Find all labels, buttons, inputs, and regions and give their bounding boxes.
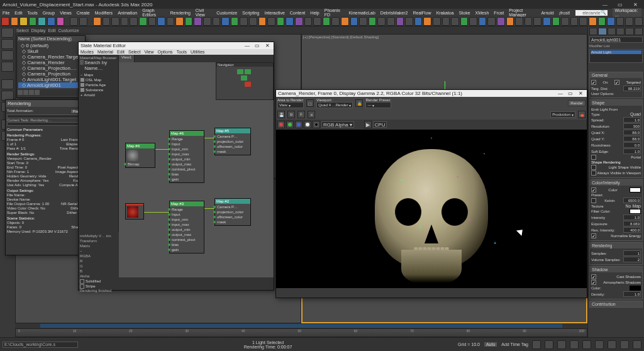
copy-icon[interactable]: ⧉ bbox=[287, 111, 295, 118]
shadow-color-swatch[interactable] bbox=[630, 286, 641, 291]
rollout-rendering[interactable]: Rendering bbox=[590, 243, 642, 248]
prev-frame-icon[interactable] bbox=[545, 340, 553, 349]
nav-icon[interactable] bbox=[620, 340, 629, 349]
modifier-list-label[interactable]: Modifier List bbox=[589, 44, 643, 48]
map-item[interactable]: Substance bbox=[80, 87, 117, 92]
filter-icon[interactable] bbox=[35, 90, 40, 95]
minimize-button[interactable]: — bbox=[599, 1, 611, 8]
menu-item[interactable]: Civil View bbox=[196, 8, 211, 17]
tool-icon[interactable] bbox=[93, 17, 101, 26]
tool-icon[interactable] bbox=[1, 50, 14, 60]
tree-item[interactable]: ◇ Camera_Render bbox=[18, 60, 84, 65]
object-name-field[interactable] bbox=[589, 36, 643, 43]
tool-icon[interactable] bbox=[203, 17, 211, 26]
search-icon[interactable] bbox=[80, 60, 84, 65]
map-item[interactable]: OSL Map bbox=[80, 77, 117, 82]
normalize-checkbox[interactable] bbox=[591, 233, 596, 238]
menu-item[interactable]: Stoke bbox=[459, 11, 470, 15]
node-graph[interactable]: View1 Navigator Map #4 Bitmap Map #6 Ran… bbox=[119, 55, 274, 289]
menu-item[interactable]: XMesh bbox=[475, 11, 489, 15]
menu-item[interactable]: Edit bbox=[117, 50, 125, 54]
renderwin-title[interactable]: Camera_Render, Frame 0, Display Gamma 2.… bbox=[276, 90, 587, 97]
menu-item[interactable]: Rendering bbox=[170, 11, 191, 15]
tool-icon[interactable] bbox=[185, 17, 193, 26]
tool-icon[interactable] bbox=[1, 79, 14, 89]
tool-icon[interactable] bbox=[350, 17, 358, 26]
rollout-color[interactable]: Color/Intensity bbox=[590, 180, 642, 186]
tool-icon[interactable] bbox=[1, 62, 14, 72]
tool-icon[interactable] bbox=[313, 17, 321, 26]
tool-icon[interactable] bbox=[258, 17, 267, 26]
tool-icon[interactable] bbox=[341, 17, 349, 26]
tool-icon[interactable] bbox=[469, 17, 477, 26]
graph-navigator[interactable]: Navigator bbox=[216, 62, 274, 100]
atmoshadow-checkbox[interactable] bbox=[591, 280, 596, 285]
tool-icon[interactable] bbox=[359, 17, 367, 26]
slate-material-editor[interactable]: Slate Material Editor —▭✕ Modes Material… bbox=[78, 42, 274, 291]
tool-icon[interactable] bbox=[29, 17, 37, 26]
filter-icon[interactable] bbox=[29, 90, 34, 95]
stripe-checkbox[interactable] bbox=[80, 284, 84, 289]
rollout-contribution[interactable]: Contribution bbox=[590, 301, 642, 307]
tree-item[interactable]: ◇ ArnoldLight001.Target bbox=[18, 77, 84, 82]
tool-icon[interactable] bbox=[157, 17, 165, 26]
autokey-button[interactable]: Auto bbox=[484, 342, 497, 347]
clone-icon[interactable]: ⎘ bbox=[297, 111, 305, 118]
channel-red-icon[interactable] bbox=[277, 121, 285, 128]
targeted-checkbox[interactable] bbox=[614, 80, 619, 85]
tool-icon[interactable] bbox=[625, 17, 633, 26]
maxscript-listener[interactable]: E:\Clouds_working\Core.s bbox=[3, 342, 78, 348]
viewport-dropdown[interactable]: Quad 4 …Render▾ bbox=[316, 102, 353, 108]
tool-icon[interactable] bbox=[497, 17, 505, 26]
filter-swatch[interactable] bbox=[630, 209, 641, 214]
tree-item[interactable]: ◇ Camera_Projection bbox=[18, 71, 84, 77]
tool-icon[interactable] bbox=[487, 17, 496, 26]
menu-item[interactable]: Arnold bbox=[541, 11, 553, 15]
key-range[interactable] bbox=[40, 324, 562, 328]
region-icon[interactable]: ▢ bbox=[306, 99, 314, 107]
samples-field[interactable] bbox=[623, 250, 641, 256]
targ-dist-field[interactable] bbox=[623, 86, 641, 91]
slate-title-bar[interactable]: Slate Material Editor —▭✕ bbox=[79, 42, 274, 49]
tool-icon[interactable] bbox=[414, 17, 423, 26]
menu-item[interactable]: Edit bbox=[14, 11, 22, 15]
tool-icon[interactable] bbox=[515, 17, 523, 26]
map-category[interactable]: − Maps bbox=[80, 72, 117, 77]
render-canvas[interactable]: + + + + + + bbox=[276, 130, 587, 288]
tool-icon[interactable] bbox=[460, 17, 469, 26]
tool-icon[interactable] bbox=[231, 17, 239, 26]
lsv-checkbox[interactable] bbox=[591, 165, 596, 170]
tool-icon[interactable] bbox=[1, 39, 14, 49]
portal-checkbox[interactable] bbox=[591, 155, 596, 160]
intensity-field[interactable] bbox=[623, 214, 641, 220]
maximize-button[interactable]: ▭ bbox=[614, 1, 626, 8]
tab-motion[interactable] bbox=[616, 28, 625, 35]
search-field[interactable]: Search by Name… bbox=[84, 60, 117, 71]
node-material[interactable] bbox=[125, 203, 144, 220]
tool-icon[interactable] bbox=[277, 17, 285, 26]
map-item[interactable]: + Arnold bbox=[80, 92, 117, 98]
tool-icon[interactable] bbox=[11, 17, 19, 26]
channel-blue-icon[interactable] bbox=[295, 121, 303, 128]
preset-dropdown[interactable]: —▾ bbox=[365, 102, 391, 108]
workspace-dropdown[interactable]: Workspace: … bbox=[613, 8, 641, 17]
quadx-field[interactable] bbox=[623, 130, 641, 135]
tool-icon[interactable] bbox=[525, 17, 533, 26]
rollout-general[interactable]: General bbox=[590, 72, 642, 78]
quady-field[interactable] bbox=[623, 136, 641, 142]
tool-icon[interactable] bbox=[111, 17, 119, 26]
menu-item[interactable]: Group bbox=[43, 11, 55, 15]
next-frame-icon[interactable] bbox=[570, 340, 579, 349]
menu-item[interactable]: Modifiers bbox=[95, 11, 113, 15]
menu-item[interactable]: Animation bbox=[118, 11, 137, 15]
tool-icon[interactable] bbox=[148, 17, 157, 26]
avv-checkbox[interactable] bbox=[591, 170, 596, 176]
tool-icon[interactable] bbox=[57, 17, 65, 26]
tool-icon[interactable] bbox=[194, 17, 202, 26]
tool-icon[interactable] bbox=[286, 17, 294, 26]
ipr-icon[interactable]: ▶ bbox=[364, 121, 372, 128]
resint-field[interactable] bbox=[623, 227, 641, 233]
node-range-2[interactable]: Map #3 Range Input input_min input_max o… bbox=[169, 201, 204, 254]
channel-alpha-icon[interactable] bbox=[304, 121, 311, 128]
subtool[interactable]: Edit bbox=[48, 28, 55, 33]
